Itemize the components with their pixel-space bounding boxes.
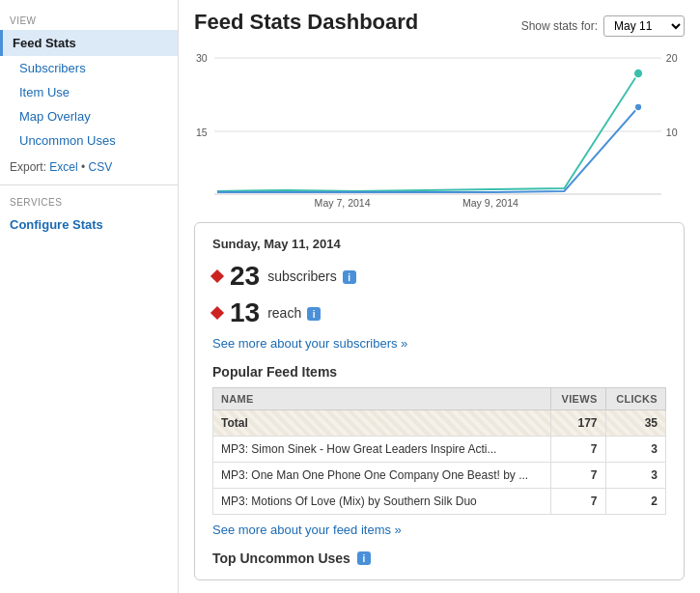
services-section-label: SERVICES [0,184,178,212]
subscribers-stat-row: 23 subscribers i [212,263,666,290]
row3-name: MP3: Motions Of Love (Mix) by Southern S… [213,489,551,515]
sidebar-item-item-use[interactable]: Item Use [0,80,178,104]
row3-clicks: 2 [605,489,665,515]
uncommon-info-icon[interactable]: i [357,551,371,565]
svg-text:May 7, 2014: May 7, 2014 [315,197,371,209]
svg-text:May 9, 2014: May 9, 2014 [462,197,518,209]
export-csv-link[interactable]: CSV [89,160,113,174]
sidebar-item-subscribers[interactable]: Subscribers [0,56,178,80]
subscribers-diamond [210,269,224,283]
reach-diamond [210,306,224,320]
export-separator: • [81,160,85,174]
reach-count: 13 [230,299,260,326]
reach-info-icon[interactable]: i [307,307,321,321]
row1-views: 7 [551,437,605,463]
table-header-row: NAME VIEWS CLICKS [213,388,666,410]
total-views: 177 [551,410,605,437]
svg-text:30: 30 [196,52,208,64]
row2-clicks: 3 [605,463,665,489]
svg-text:10: 10 [666,127,678,138]
table-row: MP3: Motions Of Love (Mix) by Southern S… [213,489,666,515]
subscribers-info-icon[interactable]: i [343,270,356,284]
svg-text:15: 15 [196,127,208,138]
configure-stats-link[interactable]: Configure Stats [0,212,178,238]
row1-name: MP3: Simon Sinek - How Great Leaders Ins… [213,437,551,463]
col-header-clicks: CLICKS [605,388,665,410]
chart-svg: 30 15 20 10 May 7, 2014 May 9, 2014 [194,44,685,209]
stats-date: Sunday, May 11, 2014 [212,237,666,251]
total-clicks: 35 [605,410,665,437]
col-header-name: NAME [213,388,551,410]
page-title: Feed Stats Dashboard [194,10,418,35]
export-excel-link[interactable]: Excel [49,160,77,174]
stats-card: Sunday, May 11, 2014 23 subscribers i 13… [194,222,685,580]
show-stats-row: Show stats for: May 11 May 10 May 9 May … [521,15,685,37]
subscribers-count: 23 [230,263,260,290]
svg-point-9 [633,69,643,78]
subscribers-label: subscribers i [267,268,355,284]
svg-text:20: 20 [666,52,678,64]
show-stats-label: Show stats for: [521,19,598,33]
sidebar: VIEW Feed Stats Subscribers Item Use Map… [0,0,179,593]
view-section-label: VIEW [0,8,178,30]
main-content: Feed Stats Dashboard Show stats for: May… [179,0,700,593]
reach-label: reach i [267,305,321,321]
row2-views: 7 [551,463,605,489]
table-total-row: Total 177 35 [213,410,666,437]
table-row: MP3: One Man One Phone One Company One B… [213,463,666,489]
chart-area: 30 15 20 10 May 7, 2014 May 9, 2014 [194,44,685,209]
svg-point-10 [634,103,642,111]
popular-feed-items-title: Popular Feed Items [212,364,666,380]
row2-name: MP3: One Man One Phone One Company One B… [213,463,551,489]
reach-stat-row: 13 reach i [212,299,666,326]
sidebar-item-uncommon-uses[interactable]: Uncommon Uses [0,128,178,153]
total-name: Total [213,410,551,437]
row1-clicks: 3 [605,437,665,463]
sidebar-item-map-overlay[interactable]: Map Overlay [0,104,178,128]
header-row: Feed Stats Dashboard Show stats for: May… [194,10,685,37]
see-more-subscribers-link[interactable]: See more about your subscribers » [212,336,666,351]
sidebar-item-feed-stats[interactable]: Feed Stats [0,30,178,56]
uncommon-uses-title: Top Uncommon Uses i [212,551,666,566]
export-label: Export: [10,160,46,174]
col-header-views: VIEWS [551,388,605,410]
export-row: Export: Excel • CSV [0,153,178,179]
feed-table: NAME VIEWS CLICKS Total 177 35 MP3: Simo… [212,387,666,515]
show-stats-select[interactable]: May 11 May 10 May 9 May 8 May 7 [603,15,685,37]
table-row: MP3: Simon Sinek - How Great Leaders Ins… [213,437,666,463]
row3-views: 7 [551,489,605,515]
see-more-items-link[interactable]: See more about your feed items » [212,522,666,537]
